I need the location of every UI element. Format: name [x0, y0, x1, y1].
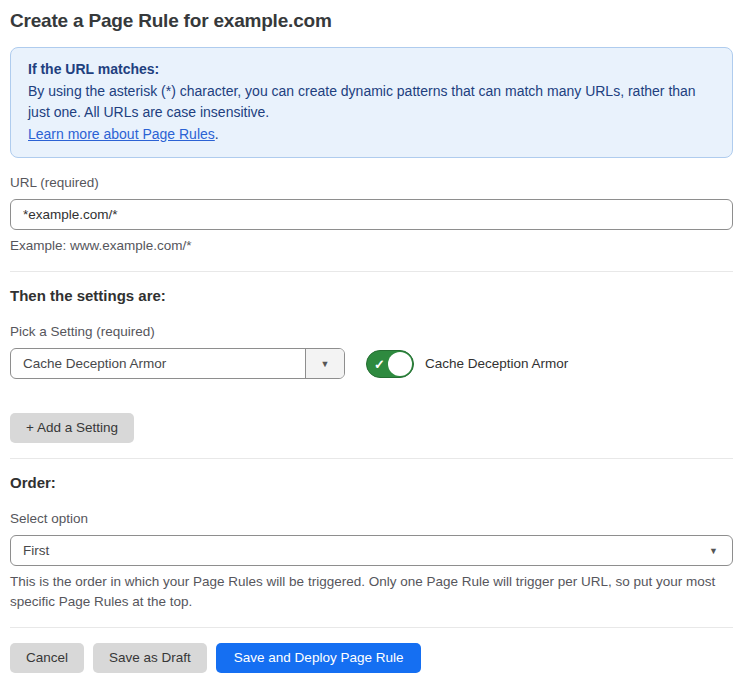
- divider: [10, 271, 733, 272]
- chevron-down-icon: ▼: [709, 536, 732, 565]
- toggle-knob: [388, 352, 412, 376]
- link-period: .: [215, 126, 219, 142]
- info-box-heading: If the URL matches:: [28, 59, 715, 81]
- save-and-deploy-button[interactable]: Save and Deploy Page Rule: [216, 643, 422, 673]
- divider: [10, 458, 733, 459]
- cancel-button[interactable]: Cancel: [10, 643, 84, 673]
- setting-row: Cache Deception Armor ▼ ✓ Cache Deceptio…: [10, 348, 733, 379]
- order-section-heading: Order:: [10, 474, 733, 491]
- order-dropdown-value: First: [11, 536, 709, 565]
- chevron-down-icon: ▼: [321, 359, 330, 369]
- order-select-label: Select option: [10, 510, 733, 527]
- page-title: Create a Page Rule for example.com: [10, 10, 733, 32]
- url-match-info-box: If the URL matches: By using the asteris…: [10, 47, 733, 158]
- save-as-draft-button[interactable]: Save as Draft: [93, 643, 207, 673]
- toggle-label: Cache Deception Armor: [425, 356, 568, 371]
- pick-setting-label: Pick a Setting (required): [10, 323, 733, 340]
- settings-section-heading: Then the settings are:: [10, 287, 733, 304]
- setting-dropdown[interactable]: Cache Deception Armor ▼: [10, 348, 345, 379]
- info-box-link-line: Learn more about Page Rules.: [28, 124, 715, 146]
- divider: [10, 627, 733, 628]
- setting-dropdown-button[interactable]: ▼: [305, 349, 344, 378]
- url-example-helper: Example: www.example.com/*: [10, 236, 733, 256]
- setting-dropdown-value: Cache Deception Armor: [11, 349, 305, 378]
- url-field-label: URL (required): [10, 174, 733, 191]
- setting-toggle-group: ✓ Cache Deception Armor: [366, 350, 568, 378]
- learn-more-link[interactable]: Learn more about Page Rules: [28, 126, 215, 142]
- url-input[interactable]: [10, 199, 733, 230]
- cache-deception-armor-toggle[interactable]: ✓: [366, 350, 414, 378]
- footer-actions: Cancel Save as Draft Save and Deploy Pag…: [10, 643, 733, 673]
- page-rule-form: Create a Page Rule for example.com If th…: [0, 0, 750, 679]
- info-box-body: By using the asterisk (*) character, you…: [28, 81, 715, 124]
- check-icon: ✓: [374, 357, 385, 370]
- order-dropdown[interactable]: First ▼: [10, 535, 733, 566]
- order-helper-text: This is the order in which your Page Rul…: [10, 572, 733, 612]
- add-setting-button[interactable]: + Add a Setting: [10, 413, 134, 443]
